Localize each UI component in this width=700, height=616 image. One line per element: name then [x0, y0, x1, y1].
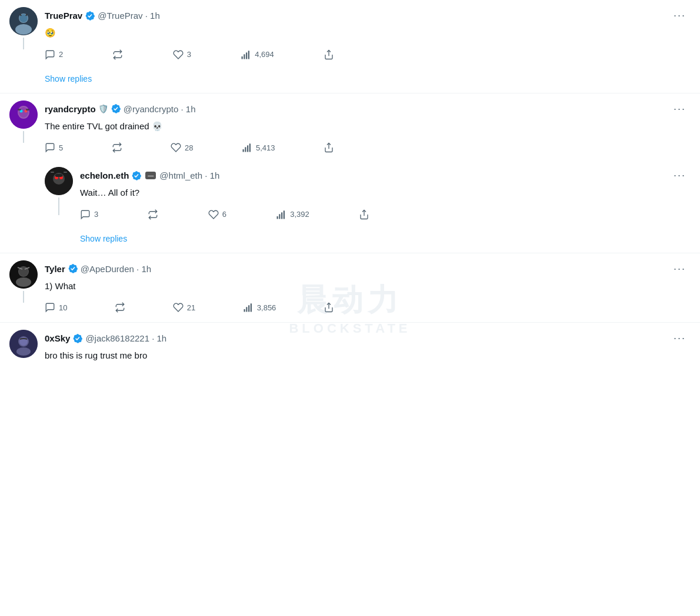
- avatar-col-4: [9, 260, 38, 303]
- views-icon-1: [241, 49, 251, 60]
- views-action-4[interactable]: 3,856: [243, 300, 281, 315]
- retweet-action-1[interactable]: [112, 47, 128, 62]
- tweet-header-left-5: 0xSky @jack86182221 · 1h: [45, 333, 166, 344]
- more-button-3[interactable]: ···: [669, 167, 691, 184]
- views-count-4: 3,856: [257, 303, 276, 312]
- like-icon-1: [173, 49, 184, 60]
- retweet-action-2[interactable]: [112, 140, 127, 155]
- avatar-image-4: [9, 260, 38, 289]
- views-action-3[interactable]: 3,392: [276, 207, 314, 222]
- comment-icon-2: [45, 142, 55, 153]
- verified-badge-5: [72, 333, 83, 344]
- tweet-text-2: The entire TVL got drained 💀: [45, 120, 691, 133]
- comment-action-4[interactable]: 10: [45, 300, 72, 315]
- avatar-image-2: [9, 101, 38, 129]
- svg-rect-29: [64, 172, 67, 173]
- svg-rect-21: [249, 143, 251, 152]
- more-button-2[interactable]: ···: [669, 101, 691, 118]
- avatar-image-3: [45, 167, 73, 195]
- tweet-main-5: 0xSky @jack86182221 · 1h ··· bro this is…: [9, 330, 691, 370]
- show-replies-1[interactable]: Show replies: [45, 69, 691, 93]
- retweet-action-3[interactable]: [148, 207, 163, 222]
- tweet-header-left-4: Tyler @ApeDurden · 1h: [45, 263, 151, 274]
- svg-rect-7: [244, 54, 245, 59]
- tweet-header-left-3: echelon.eth — @html_eth · 1h: [80, 170, 219, 181]
- share-action-1[interactable]: [324, 47, 339, 62]
- tweet-actions-3: 3 6: [80, 207, 374, 222]
- like-icon-4: [173, 302, 184, 313]
- comment-action-3[interactable]: 3: [80, 207, 103, 222]
- svg-rect-19: [245, 147, 246, 152]
- tweet-header-left-2: ryandcrypto 🛡️ @ryandcrypto · 1h: [45, 103, 196, 114]
- comment-icon-3: [80, 209, 91, 220]
- more-button-4[interactable]: ···: [669, 260, 691, 277]
- tweet-thread: TruePrav @TruePrav · 1h ··· 🥹: [0, 0, 700, 370]
- svg-rect-18: [243, 149, 244, 152]
- views-count-1: 4,694: [255, 50, 274, 59]
- like-action-4[interactable]: 21: [173, 300, 200, 315]
- like-count-1: 3: [187, 50, 191, 59]
- tweet-main-1: TruePrav @TruePrav · 1h ··· 🥹: [9, 7, 691, 69]
- username-4: Tyler: [45, 264, 65, 274]
- avatar-tyler: [9, 260, 38, 289]
- avatar-oxsky: [9, 330, 38, 358]
- svg-point-2: [15, 24, 32, 35]
- tweet-actions-1: 2 3: [45, 47, 339, 62]
- more-button-1[interactable]: ···: [669, 7, 691, 24]
- like-action-3[interactable]: 6: [208, 207, 231, 222]
- tweet-actions-4: 10 21: [45, 300, 339, 315]
- like-action-1[interactable]: 3: [173, 47, 196, 62]
- tweet-content-1: TruePrav @TruePrav · 1h ··· 🥹: [45, 7, 691, 69]
- svg-rect-9: [248, 51, 249, 59]
- tweet-main-2: ryandcrypto 🛡️ @ryandcrypto · 1h ··· The…: [9, 101, 691, 163]
- tweet-text-5: bro this is rug trust me bro: [45, 349, 691, 363]
- comment-action-1[interactable]: 2: [45, 47, 68, 62]
- share-action-4[interactable]: [324, 300, 339, 315]
- more-button-5[interactable]: ···: [669, 330, 691, 347]
- views-icon-2: [242, 142, 252, 153]
- handle-time-4: @ApeDurden · 1h: [81, 264, 151, 274]
- tweet-text-3: Wait… All of it?: [80, 186, 691, 200]
- avatar-col-3: [45, 167, 73, 215]
- retweet-icon-2: [112, 142, 122, 153]
- tweet-header-1: TruePrav @TruePrav · 1h ···: [45, 7, 691, 24]
- tweet-header-4: Tyler @ApeDurden · 1h ···: [45, 260, 691, 277]
- show-replies-3[interactable]: Show replies: [80, 229, 691, 253]
- tweet-actions-2: 5 28: [45, 140, 339, 155]
- username-2: ryandcrypto: [45, 104, 96, 114]
- comment-action-2[interactable]: 5: [45, 140, 68, 155]
- verified-badge-2: [111, 103, 121, 114]
- like-count-4: 21: [187, 303, 195, 312]
- share-action-3[interactable]: [359, 207, 374, 222]
- views-count-3: 3,392: [290, 210, 309, 219]
- svg-rect-20: [247, 145, 248, 152]
- svg-point-13: [19, 107, 28, 118]
- tweet-header-left-1: TruePrav @TruePrav · 1h: [45, 11, 160, 21]
- avatar-trueprav: [9, 7, 38, 35]
- avatar-echelon: [45, 167, 73, 195]
- avatar-ryandcrypto: [9, 101, 38, 129]
- svg-point-38: [16, 277, 31, 287]
- verified-badge-3: [131, 170, 142, 181]
- svg-rect-30: [277, 216, 278, 219]
- tweet-content-2: ryandcrypto 🛡️ @ryandcrypto · 1h ··· The…: [45, 101, 691, 163]
- username-1: TruePrav: [45, 11, 82, 21]
- retweet-icon-4: [115, 302, 125, 313]
- handle-time-3: @html_eth · 1h: [159, 170, 219, 180]
- reply-tweet-main-3: echelon.eth — @html_eth · 1h ··· Wait… A…: [45, 162, 691, 229]
- retweet-action-4[interactable]: [115, 300, 130, 315]
- like-action-2[interactable]: 28: [171, 140, 198, 155]
- like-icon-2: [171, 142, 181, 153]
- tweet-text-1: 🥹: [45, 26, 691, 40]
- comment-count-2: 5: [59, 143, 63, 152]
- share-icon-4: [324, 302, 334, 313]
- svg-point-49: [16, 347, 31, 356]
- avatar-image-5: [9, 330, 38, 358]
- comment-count-3: 3: [94, 210, 98, 219]
- views-action-1[interactable]: 4,694: [241, 47, 279, 62]
- svg-rect-6: [242, 56, 243, 59]
- views-action-2[interactable]: 5,413: [242, 140, 280, 155]
- share-action-2[interactable]: [324, 140, 339, 155]
- shield-badge-2: 🛡️: [98, 104, 108, 113]
- retweet-icon-3: [148, 209, 158, 220]
